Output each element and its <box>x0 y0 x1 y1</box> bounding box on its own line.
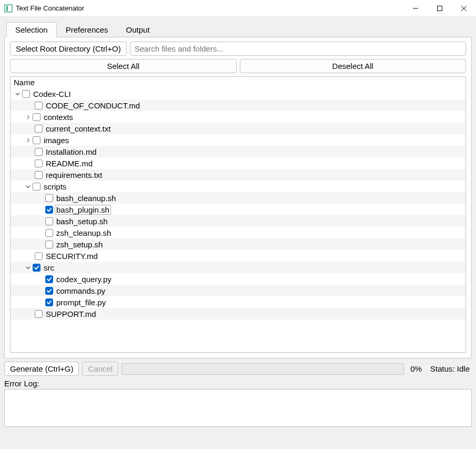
tree-checkbox[interactable] <box>35 159 43 167</box>
tree-checkbox[interactable] <box>45 206 53 214</box>
tree-row[interactable]: src <box>11 262 465 273</box>
tree-checkbox[interactable] <box>35 125 43 133</box>
tree-item-label: commands.py <box>56 286 105 295</box>
tree-row[interactable]: requirements.txt <box>11 169 465 181</box>
chevron-right-icon[interactable] <box>24 136 32 144</box>
chevron-down-icon[interactable] <box>24 183 32 190</box>
tree-checkbox[interactable] <box>33 113 40 121</box>
svg-rect-3 <box>438 6 442 11</box>
tree-row[interactable]: prompt_file.py <box>11 296 465 308</box>
tree-item-label: scripts <box>44 182 66 191</box>
tree-item-label: Codex-CLI <box>33 89 71 98</box>
tree-checkbox[interactable] <box>22 90 30 98</box>
tree-checkbox[interactable] <box>33 136 40 144</box>
tab-label: Output <box>126 25 150 34</box>
tree-item-label: bash_setup.sh <box>56 217 108 226</box>
button-label: Select All <box>107 62 139 71</box>
tree-row[interactable]: zsh_cleanup.sh <box>11 227 465 238</box>
cancel-button[interactable]: Cancel <box>82 362 118 376</box>
tree-checkbox[interactable] <box>45 287 53 295</box>
tree-item-label: zsh_cleanup.sh <box>56 228 111 237</box>
button-label: Deselect All <box>332 62 373 71</box>
tree-checkbox[interactable] <box>33 183 40 191</box>
tab-label: Selection <box>15 25 48 34</box>
tree-row[interactable]: codex_query.py <box>11 273 465 285</box>
tree-checkbox[interactable] <box>35 102 43 109</box>
tree-item-label: SECURITY.md <box>46 252 98 261</box>
svg-rect-0 <box>5 5 12 12</box>
search-input[interactable] <box>130 42 466 56</box>
tree-row[interactable]: scripts <box>11 181 465 192</box>
file-tree[interactable]: Name Codex-CLICODE_OF_CONDUCT.mdcontexts… <box>10 76 466 353</box>
tree-checkbox[interactable] <box>45 194 53 202</box>
tree-checkbox[interactable] <box>35 148 43 156</box>
tree-row[interactable]: Codex-CLI <box>11 88 465 99</box>
button-label: Cancel <box>88 364 113 373</box>
tree-row[interactable]: contexts <box>11 111 465 123</box>
tree-item-label: images <box>44 136 69 145</box>
tree-item-label: README.md <box>46 159 93 168</box>
select-root-button[interactable]: Select Root Directory (Ctrl+O) <box>10 42 127 56</box>
svg-rect-1 <box>6 6 8 11</box>
tree-row[interactable]: SECURITY.md <box>11 250 465 262</box>
chevron-down-icon[interactable] <box>14 90 21 97</box>
tree-row[interactable]: bash_setup.sh <box>11 215 465 227</box>
deselect-all-button[interactable]: Deselect All <box>240 59 467 73</box>
generate-button[interactable]: Generate (Ctrl+G) <box>4 362 79 376</box>
tree-checkbox[interactable] <box>33 264 40 272</box>
tabstrip: Selection Preferences Output <box>6 21 472 37</box>
window-title: Text File Concatenator <box>16 4 403 12</box>
tree-item-label: src <box>44 263 54 272</box>
tree-item-label: prompt_file.py <box>56 298 106 307</box>
close-button[interactable] <box>452 0 476 16</box>
tree-checkbox[interactable] <box>35 252 43 260</box>
tree-row[interactable]: commands.py <box>11 285 465 296</box>
tree-checkbox[interactable] <box>45 275 53 283</box>
tree-row[interactable]: Installation.md <box>11 146 465 157</box>
minimize-button[interactable] <box>403 0 428 16</box>
tab-label: Preferences <box>66 25 108 34</box>
app-icon <box>4 4 13 13</box>
progress-percent: 0% <box>407 364 425 373</box>
tree-checkbox[interactable] <box>45 298 53 306</box>
tree-item-label: zsh_setup.sh <box>56 240 103 249</box>
tab-selection[interactable]: Selection <box>6 22 57 37</box>
tree-checkbox[interactable] <box>35 171 43 179</box>
tree-row[interactable]: zsh_setup.sh <box>11 238 465 250</box>
tree-item-label: contexts <box>44 113 73 122</box>
titlebar: Text File Concatenator <box>0 0 476 17</box>
tree-row[interactable]: CODE_OF_CONDUCT.md <box>11 99 465 111</box>
tree-checkbox[interactable] <box>45 241 53 248</box>
tree-item-label: Installation.md <box>46 147 97 156</box>
tree-row[interactable]: current_context.txt <box>11 123 465 134</box>
chevron-down-icon[interactable] <box>24 264 32 271</box>
tree-item-label: bash_plugin.sh <box>55 205 111 215</box>
tab-preferences[interactable]: Preferences <box>57 22 117 37</box>
status-text: Status: Idle <box>428 364 472 373</box>
tree-item-label: SUPPORT.md <box>46 310 96 318</box>
tree-item-label: codex_query.py <box>56 275 112 284</box>
error-log-label: Error Log: <box>4 378 472 389</box>
tree-row[interactable]: images <box>11 134 465 146</box>
button-label: Select Root Directory (Ctrl+O) <box>16 44 121 53</box>
error-log[interactable] <box>4 389 472 427</box>
tree-item-label: bash_cleanup.sh <box>56 194 116 203</box>
tree-column-header: Name <box>11 77 465 88</box>
tab-panel-selection: Select Root Directory (Ctrl+O) Select Al… <box>4 37 472 358</box>
tree-checkbox[interactable] <box>45 229 53 237</box>
tree-row[interactable]: bash_cleanup.sh <box>11 192 465 204</box>
select-all-button[interactable]: Select All <box>10 59 237 73</box>
tree-item-label: current_context.txt <box>46 124 110 133</box>
tree-item-label: CODE_OF_CONDUCT.md <box>46 101 140 110</box>
tree-item-label: requirements.txt <box>46 171 103 179</box>
tree-row[interactable]: SUPPORT.md <box>11 308 465 320</box>
tree-row[interactable]: README.md <box>11 157 465 169</box>
tab-output[interactable]: Output <box>117 22 159 37</box>
tree-checkbox[interactable] <box>35 310 43 318</box>
button-label: Generate (Ctrl+G) <box>10 364 73 373</box>
tree-row[interactable]: bash_plugin.sh <box>11 204 465 215</box>
maximize-button[interactable] <box>428 0 452 16</box>
progress-bar <box>121 363 404 375</box>
tree-checkbox[interactable] <box>45 217 53 225</box>
chevron-right-icon[interactable] <box>24 113 32 121</box>
